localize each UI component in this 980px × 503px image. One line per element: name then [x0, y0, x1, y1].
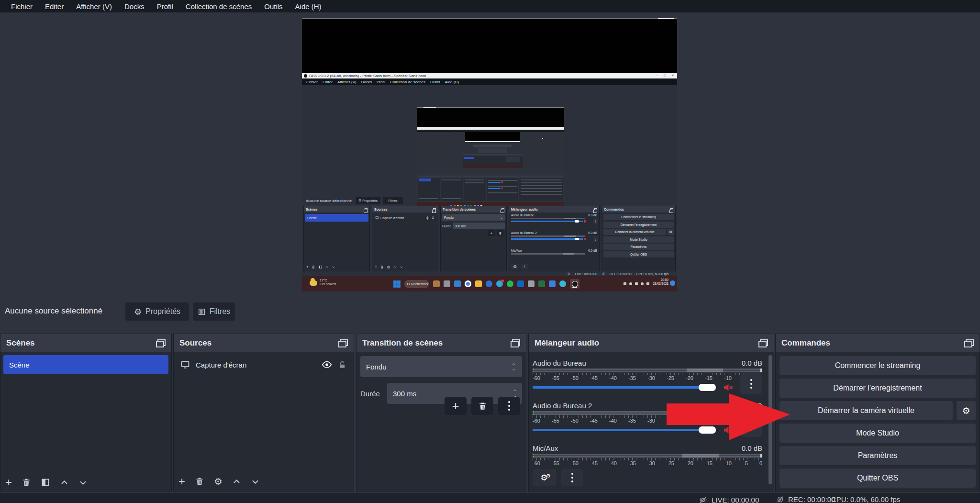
commands-panel: Commandes Commencer le streaming Démarre… [775, 334, 980, 492]
menu-editer[interactable]: Editer [39, 2, 70, 11]
captured-menu-item: Collection de scènes [388, 80, 428, 84]
scene-list-item-selected[interactable]: Scène [3, 355, 168, 374]
start-recording-button[interactable]: Démarrer l'enregistrement [780, 379, 976, 398]
popout-icon[interactable] [338, 339, 348, 347]
move-scene-down-button[interactable] [78, 478, 88, 487]
rec-inactive-icon [776, 495, 784, 503]
move-source-up-button[interactable] [232, 477, 241, 486]
popout-icon[interactable] [964, 339, 974, 347]
transition-menu-kebab[interactable] [498, 397, 520, 415]
move-source-down-button[interactable] [251, 477, 260, 486]
scale-tick-label: -25 [667, 375, 674, 382]
scale-tick-label: -55 [552, 460, 559, 465]
popout-icon[interactable] [758, 339, 768, 347]
captured-sources-panel: Sources Capture d'écran +⚙ [372, 206, 438, 271]
transition-select[interactable]: Fondu [360, 356, 522, 377]
remove-transition-button[interactable] [471, 397, 493, 415]
scale-tick-label: -25 [667, 418, 674, 425]
brown-app-icon [433, 280, 440, 287]
recursion-level-3 [465, 132, 520, 141]
captured-menu-bar: Fichier Editer Afficher (V) Docks Profil… [302, 78, 677, 85]
weather-cloud-icon [310, 280, 317, 286]
captured-commands-panel: Commandes Commencer le streaming Démarre… [601, 206, 676, 271]
remove-source-button[interactable] [195, 477, 204, 486]
tray-wifi-icon [641, 282, 644, 285]
scene-filters-button[interactable] [41, 478, 50, 487]
menu-profil[interactable]: Profil [151, 2, 179, 11]
live-inactive-icon [699, 495, 708, 503]
visibility-eye-icon[interactable] [322, 359, 332, 370]
channel-name: Mic/Aux [533, 444, 558, 452]
menu-outils[interactable]: Outils [258, 2, 289, 11]
popout-icon[interactable] [511, 339, 520, 347]
sources-toolbar: + ⚙ [178, 476, 260, 487]
notification-badge [670, 280, 675, 286]
lock-icon[interactable] [338, 360, 347, 369]
transition-panel-title: Transition de scènes [362, 338, 443, 348]
virtual-camera-settings-button[interactable]: ⚙ [957, 401, 976, 420]
properties-button[interactable]: ⚙ Propriétés [125, 302, 189, 321]
volume-slider[interactable] [533, 429, 718, 431]
duration-value: 300 ms [387, 390, 508, 398]
popout-icon[interactable] [156, 339, 166, 347]
remove-scene-button[interactable] [22, 478, 31, 487]
recursion2-cursor [542, 138, 543, 139]
gray-p-icon [528, 280, 535, 287]
source-properties-gear-icon[interactable]: ⚙ [214, 476, 223, 487]
chevron-down-icon [511, 368, 516, 371]
program-preview[interactable]: OBS 29.0.2 (64-bit, windows) - Profil: S… [302, 18, 677, 291]
start-virtual-camera-button[interactable]: Démarrer la caméra virtuelle [780, 401, 953, 420]
scale-tick-label: -20 [686, 375, 693, 382]
source-list-item[interactable]: Capture d'écran [174, 355, 354, 374]
quit-obs-button[interactable]: Quitter OBS [780, 469, 976, 488]
scale-tick-label: -10 [724, 460, 732, 465]
studio-mode-button[interactable]: Mode Studio [780, 424, 976, 443]
sources-panel-title: Sources [179, 338, 212, 348]
scale-tick-label: 0 [759, 460, 762, 465]
slider-handle[interactable] [699, 426, 716, 434]
audio-mixer-panel: Mélangeur audio Audio du Bureau 0.0 dB -… [528, 334, 774, 492]
live-timer: LIVE: 00:00:00 [712, 496, 759, 503]
meter-scale: -60-55-50-45-40-35-30-25-20-15-10-50 [533, 418, 762, 425]
mixer-scrollbar[interactable] [768, 355, 772, 484]
volume-slider[interactable] [533, 386, 718, 389]
volume-meter [533, 454, 762, 458]
spin-up-icon[interactable] [512, 388, 518, 392]
no-source-label: Aucune source sélectionné [5, 306, 102, 316]
channel-menu-kebab[interactable] [740, 416, 762, 437]
mute-speaker-icon[interactable] [723, 382, 734, 393]
filters-button[interactable]: Filtres [193, 302, 235, 321]
mute-speaker-icon[interactable] [723, 425, 734, 436]
move-scene-up-button[interactable] [60, 478, 69, 487]
yellow-folder-icon [475, 280, 482, 287]
menu-fichier[interactable]: Fichier [5, 2, 39, 11]
menu-collection-scenes[interactable]: Collection de scènes [179, 2, 258, 11]
add-scene-button[interactable]: + [5, 478, 12, 487]
tray-cloud-icon [629, 282, 632, 285]
meter-scale-clipped: -60-55-50-45-40-35-30-25-20-15-10-50 [533, 460, 762, 465]
captured-filters-button: Filtres [383, 197, 403, 204]
meter-scale: -60-55-50-45-40-35-30-25-20-15-10-50 [533, 375, 762, 382]
channel-menu-kebab[interactable] [740, 373, 762, 394]
add-source-button[interactable]: + [178, 477, 185, 486]
scale-tick-label: -25 [667, 460, 674, 465]
status-bar: LIVE: 00:00:00 REC: 00:00:00 CPU: 0.0%, … [0, 493, 980, 503]
mixer-menu-kebab[interactable] [561, 469, 583, 486]
advanced-audio-gear-button[interactable]: ⚙⚙ [533, 469, 557, 486]
scale-tick-label: -50 [571, 375, 579, 382]
slider-handle[interactable] [699, 384, 716, 391]
add-transition-button[interactable]: + [445, 397, 467, 415]
blue-chat-icon [454, 280, 461, 287]
scale-tick-label: -50 [571, 460, 579, 465]
obs-app-window: Fichier Editer Afficher (V) Docks Profil… [0, 0, 980, 503]
captured-menu-item: Outils [428, 80, 442, 84]
scale-tick-label: -30 [647, 418, 655, 425]
settings-button[interactable]: Paramètres [780, 446, 976, 465]
start-streaming-button[interactable]: Commencer le streaming [780, 356, 976, 375]
menu-aide[interactable]: Aide (H) [289, 2, 328, 11]
menu-afficher[interactable]: Afficher (V) [70, 2, 118, 11]
captured-scenes-panel: Scènes Scène + [303, 206, 370, 271]
menu-docks[interactable]: Docks [118, 2, 151, 11]
captured-windows-taskbar: 17°C Ciel couvert Rechercher [302, 276, 677, 291]
blue-tool-icon [549, 280, 556, 287]
